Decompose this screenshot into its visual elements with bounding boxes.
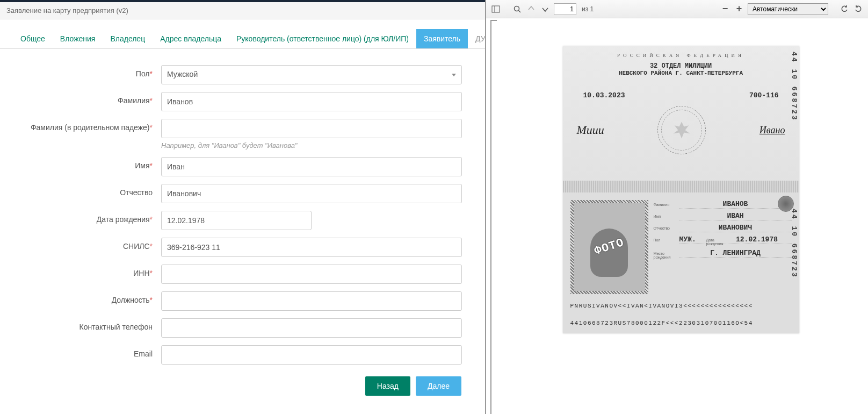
tab-attachments[interactable]: Вложения bbox=[53, 29, 103, 48]
page-number-input[interactable] bbox=[554, 3, 576, 15]
tab-owner[interactable]: Владелец bbox=[103, 29, 153, 48]
passport-sex: МУЖ. bbox=[679, 235, 706, 244]
birthdate-input[interactable] bbox=[161, 211, 312, 230]
label-lastname: Фамилия* bbox=[0, 92, 161, 105]
patronymic-input[interactable] bbox=[161, 184, 462, 203]
tab-manager[interactable]: Руководитель (ответственное лицо) (для Ю… bbox=[229, 29, 416, 48]
label-gender: Пол* bbox=[0, 65, 161, 78]
back-button[interactable]: Назад bbox=[365, 376, 410, 396]
passport-seal bbox=[657, 106, 706, 154]
label-snils: СНИЛС* bbox=[0, 238, 161, 251]
label-inn: ИНН* bbox=[0, 265, 161, 277]
page-title: Заявление на карту предприятия (v2) bbox=[0, 2, 485, 19]
zoom-select[interactable]: Автоматически bbox=[748, 3, 828, 15]
passport-serial-bottom: 44 10 668723 bbox=[790, 209, 798, 279]
lastname-gen-input[interactable] bbox=[161, 119, 462, 138]
label-position: Должность* bbox=[0, 291, 161, 304]
snils-input[interactable] bbox=[161, 238, 462, 257]
label-phone: Контактный телефон bbox=[0, 318, 161, 331]
sidebar-toggle-icon[interactable] bbox=[490, 4, 501, 15]
passport-firstname: ИВАН bbox=[679, 212, 792, 220]
lastname-gen-hint: Например, для "Иванов" будет "Иванова" bbox=[161, 141, 462, 149]
passport-patronymic: ИВАНОВИЧ bbox=[679, 224, 792, 232]
zoom-in-icon[interactable]: + bbox=[734, 4, 744, 15]
form: Пол* Мужской Фамилия* Фамилия (в родител… bbox=[0, 49, 485, 396]
zoom-out-icon[interactable]: − bbox=[720, 4, 730, 15]
passport-birthplace: Г. ЛЕНИНГРАД bbox=[679, 249, 792, 258]
inn-input[interactable] bbox=[161, 265, 462, 284]
next-button[interactable]: Далее bbox=[416, 376, 461, 396]
rotate-ccw-icon[interactable] bbox=[853, 4, 864, 15]
scan-edge bbox=[490, 20, 497, 414]
left-pane: Заявление на карту предприятия (v2) Обще… bbox=[0, 0, 486, 414]
passport-dept-1: 32 ОТДЕЛ МИЛИЦИИ bbox=[573, 62, 790, 70]
label-patronymic: Отчество bbox=[0, 184, 161, 197]
tab-owner-address[interactable]: Адрес владельца bbox=[153, 29, 229, 48]
label-birthdate: Дата рождения* bbox=[0, 211, 161, 224]
phone-input[interactable] bbox=[161, 318, 462, 338]
tab-general[interactable]: Общее bbox=[13, 29, 53, 48]
email-input[interactable] bbox=[161, 345, 462, 365]
rotate-cw-icon[interactable] bbox=[839, 4, 850, 15]
prev-page-icon[interactable] bbox=[526, 4, 537, 15]
passport-dob: 12.02.1978 bbox=[722, 235, 792, 244]
label-firstname: Имя* bbox=[0, 157, 161, 170]
tabs: Общее Вложения Владелец Адрес владельца … bbox=[0, 19, 485, 49]
svg-line-3 bbox=[519, 10, 521, 12]
tab-applicant[interactable]: Заявитель bbox=[416, 29, 468, 48]
passport-bottom-page: ФОТО ФамилияИВАНОВ ИмяИВАН ОтчествоИВАНО… bbox=[563, 192, 799, 333]
passport-mrz-2: 4410668723RUS78000122F<<<2230310700116O<… bbox=[570, 319, 792, 329]
gender-select[interactable]: Мужской bbox=[161, 65, 462, 84]
passport-dept-code: 700-116 bbox=[749, 91, 779, 99]
chevron-down-icon bbox=[452, 74, 456, 76]
label-email: Email bbox=[0, 345, 161, 358]
pdf-toolbar: из 1 − + Автоматически bbox=[486, 0, 868, 18]
label-lastname-gen: Фамилия (в родительном падеже)* bbox=[0, 119, 161, 132]
passport-top-page: РОССИЙСКАЯ ФЕДЕРАЦИЯ 32 ОТДЕЛ МИЛИЦИИ НЕ… bbox=[563, 46, 799, 181]
passport-lastname: ИВАНОВ bbox=[679, 200, 792, 209]
passport-country: РОССИЙСКАЯ ФЕДЕРАЦИЯ bbox=[573, 53, 790, 58]
svg-point-2 bbox=[515, 6, 519, 11]
pdf-content[interactable]: РОССИЙСКАЯ ФЕДЕРАЦИЯ 32 ОТДЕЛ МИЛИЦИИ НЕ… bbox=[486, 18, 868, 414]
passport-perforation bbox=[563, 181, 799, 192]
passport-photo-frame: ФОТО bbox=[570, 200, 648, 294]
search-icon[interactable] bbox=[512, 4, 523, 15]
tab-applicant-dul[interactable]: ДУЛ заявителя bbox=[468, 29, 486, 48]
pdf-viewer: из 1 − + Автоматически РОССИЙСКАЯ ФЕДЕРА… bbox=[486, 0, 868, 414]
passport-mrz-1: PNRUSIVANOV<<IVAN<IVANOVI3<<<<<<<<<<<<<<… bbox=[570, 302, 792, 311]
passport-scan: РОССИЙСКАЯ ФЕДЕРАЦИЯ 32 ОТДЕЛ МИЛИЦИИ НЕ… bbox=[563, 46, 799, 333]
next-page-icon[interactable] bbox=[540, 4, 551, 15]
passport-signature-holder: Ивано bbox=[760, 125, 785, 136]
position-input[interactable] bbox=[161, 291, 462, 311]
svg-rect-0 bbox=[492, 6, 500, 12]
passport-issue-date: 10.03.2023 bbox=[583, 91, 625, 99]
passport-dept-2: НЕВСКОГО РАЙОНА Г. САНКТ-ПЕТЕРБУРГА bbox=[573, 70, 790, 76]
passport-serial-top: 44 10 668723 bbox=[790, 52, 798, 122]
firstname-input[interactable] bbox=[161, 157, 462, 176]
passport-photo: ФОТО bbox=[574, 203, 645, 291]
lastname-input[interactable] bbox=[161, 92, 462, 111]
passport-signature-officer: Миии bbox=[577, 123, 604, 137]
page-count: из 1 bbox=[582, 5, 594, 13]
